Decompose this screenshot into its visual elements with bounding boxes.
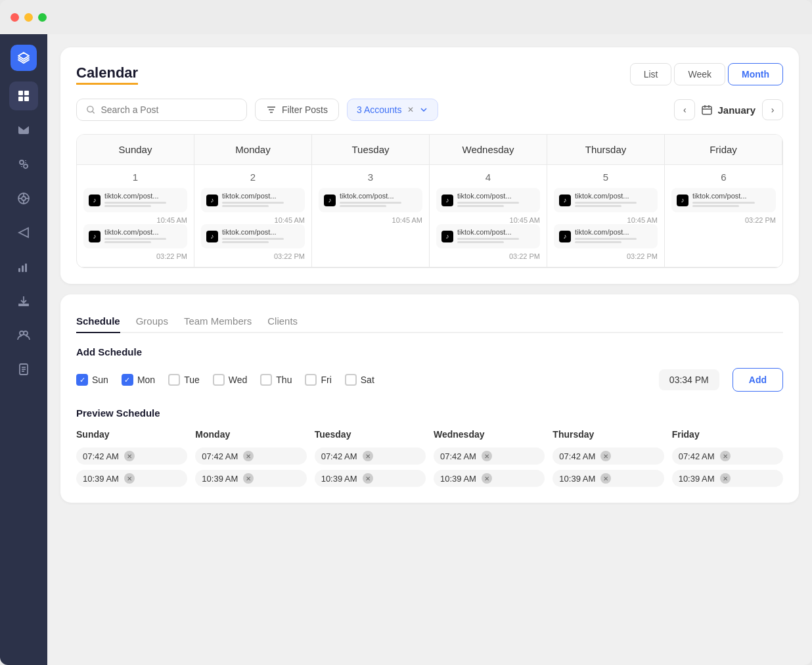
thu-label: Thu xyxy=(276,375,292,385)
search-post-input[interactable] xyxy=(101,104,237,115)
day-checkbox-mon[interactable]: Mon xyxy=(122,374,155,386)
sidebar-item-campaigns[interactable] xyxy=(9,218,38,247)
remove-time-button[interactable]: ✕ xyxy=(600,473,611,484)
accounts-badge[interactable]: 3 Accounts ✕ xyxy=(347,99,438,121)
time-display[interactable]: 03:34 PM xyxy=(659,369,719,390)
post-item[interactable]: ♪ tiktok.com/post... xyxy=(554,224,658,248)
post-item[interactable]: ♪ tiktok.com/post... xyxy=(319,188,422,212)
sidebar-item-docs[interactable] xyxy=(9,355,38,384)
sun-checkbox[interactable] xyxy=(76,374,88,386)
preview-day-wednesday: Wednesday 07:42 AM ✕ 10:39 AM ✕ xyxy=(434,429,545,487)
week-view-button[interactable]: Week xyxy=(674,63,725,85)
svg-rect-2 xyxy=(18,97,23,101)
main-content: Calendar List Week Month xyxy=(47,34,812,665)
filter-posts-button[interactable]: Filter Posts xyxy=(255,99,339,121)
prev-month-button[interactable]: ‹ xyxy=(674,99,695,120)
preview-day-tuesday: Tuesday 07:42 AM ✕ 10:39 AM ✕ xyxy=(315,429,426,487)
post-item[interactable]: ♪ tiktok.com/post... xyxy=(201,224,305,248)
day-checkbox-tue[interactable]: Tue xyxy=(168,374,200,386)
preview-time-badge: 07:42 AM ✕ xyxy=(434,447,545,465)
preview-time-badge: 10:39 AM ✕ xyxy=(195,470,306,487)
day-checkbox-thu[interactable]: Thu xyxy=(260,374,292,386)
wed-checkbox[interactable] xyxy=(213,374,225,386)
preview-sunday-label: Sunday xyxy=(76,429,187,440)
sidebar-item-analytics[interactable] xyxy=(9,150,38,179)
tue-checkbox[interactable] xyxy=(168,374,180,386)
remove-time-button[interactable]: ✕ xyxy=(482,451,492,461)
svg-rect-12 xyxy=(18,268,20,272)
preview-day-friday: Friday 07:42 AM ✕ 10:39 AM ✕ xyxy=(672,429,783,487)
preview-thursday-label: Thursday xyxy=(553,429,664,440)
remove-time-button[interactable]: ✕ xyxy=(124,473,135,484)
day-checkbox-fri[interactable]: Fri xyxy=(305,374,331,386)
post-item[interactable]: ♪ tiktok.com/post... xyxy=(554,188,658,212)
remove-time-button[interactable]: ✕ xyxy=(243,451,254,461)
post-item[interactable]: ♪ tiktok.com/post... xyxy=(436,188,540,212)
tab-groups[interactable]: Groups xyxy=(136,310,168,333)
accounts-chevron-icon xyxy=(419,105,428,114)
preview-time-badge: 10:39 AM ✕ xyxy=(672,470,783,487)
remove-time-button[interactable]: ✕ xyxy=(720,451,731,461)
day-header-friday: Friday xyxy=(665,135,782,165)
month-view-button[interactable]: Month xyxy=(728,63,783,85)
post-item[interactable]: ♪ tiktok.com/post... xyxy=(201,188,305,212)
day-checkbox-sun[interactable]: Sun xyxy=(76,374,108,386)
remove-time-button[interactable]: ✕ xyxy=(363,473,373,484)
preview-friday-label: Friday xyxy=(672,429,783,440)
accounts-close-icon[interactable]: ✕ xyxy=(407,105,414,114)
fri-checkbox[interactable] xyxy=(305,374,317,386)
sidebar-item-inbox[interactable] xyxy=(9,116,38,145)
sidebar-item-dashboard[interactable] xyxy=(9,81,38,110)
add-schedule-button[interactable]: Add xyxy=(733,368,783,392)
sat-label: Sat xyxy=(361,375,374,385)
post-item[interactable]: ♪ tiktok.com/post... xyxy=(671,188,776,212)
tab-clients[interactable]: Clients xyxy=(267,310,298,333)
mon-checkbox[interactable] xyxy=(122,374,133,386)
preview-time-badge: 10:39 AM ✕ xyxy=(434,470,545,487)
day-checkbox-sat[interactable]: Sat xyxy=(345,374,374,386)
sat-checkbox[interactable] xyxy=(345,374,357,386)
svg-rect-14 xyxy=(25,264,27,272)
preview-time-badge: 07:42 AM ✕ xyxy=(315,447,426,465)
search-input-wrapper[interactable] xyxy=(76,99,247,121)
close-button[interactable] xyxy=(11,13,19,22)
post-item[interactable]: ♪ tiktok.com/post... xyxy=(83,224,187,248)
next-month-button[interactable]: › xyxy=(762,99,783,120)
list-view-button[interactable]: List xyxy=(630,63,672,85)
remove-time-button[interactable]: ✕ xyxy=(600,451,611,461)
post-item[interactable]: ♪ tiktok.com/post... xyxy=(436,224,540,248)
tiktok-icon: ♪ xyxy=(206,195,218,206)
remove-time-button[interactable]: ✕ xyxy=(243,473,254,484)
tab-team-members[interactable]: Team Members xyxy=(184,310,252,333)
remove-time-button[interactable]: ✕ xyxy=(124,451,135,461)
thu-checkbox[interactable] xyxy=(260,374,272,386)
minimize-button[interactable] xyxy=(24,13,33,22)
sidebar-item-users[interactable] xyxy=(9,321,38,350)
post-item[interactable]: ♪ tiktok.com/post... xyxy=(83,188,187,212)
fri-label: Fri xyxy=(321,375,331,385)
tab-schedule[interactable]: Schedule xyxy=(76,310,120,333)
svg-point-16 xyxy=(20,331,24,335)
remove-time-button[interactable]: ✕ xyxy=(482,473,492,484)
sidebar-item-export[interactable] xyxy=(9,287,38,315)
preview-time-badge: 10:39 AM ✕ xyxy=(315,470,426,487)
calendar-title: Calendar xyxy=(76,64,138,85)
remove-time-button[interactable]: ✕ xyxy=(720,473,731,484)
preview-tuesday-label: Tuesday xyxy=(315,429,426,440)
logo[interactable] xyxy=(11,45,37,71)
sidebar-item-reports[interactable] xyxy=(9,252,38,281)
preview-time-badge: 07:42 AM ✕ xyxy=(76,447,187,465)
tiktok-icon: ♪ xyxy=(441,231,453,242)
remove-time-button[interactable]: ✕ xyxy=(363,451,373,461)
day-checkbox-wed[interactable]: Wed xyxy=(213,374,248,386)
nav-month: ‹ January › xyxy=(674,99,783,120)
cal-day-5: 5 ♪ tiktok.com/post... 10:45 AM ♪ xyxy=(547,165,665,267)
calendar-grid: Sunday Monday Tuesday Wednesday Thursday… xyxy=(76,134,783,268)
svg-point-22 xyxy=(87,106,93,112)
maximize-button[interactable] xyxy=(38,13,47,22)
day-header-tuesday: Tuesday xyxy=(312,135,430,165)
svg-rect-0 xyxy=(18,91,23,95)
schedule-card: Schedule Groups Team Members Clients Add… xyxy=(60,294,799,503)
sidebar-item-support[interactable] xyxy=(9,184,38,213)
day-header-monday: Monday xyxy=(194,135,312,165)
